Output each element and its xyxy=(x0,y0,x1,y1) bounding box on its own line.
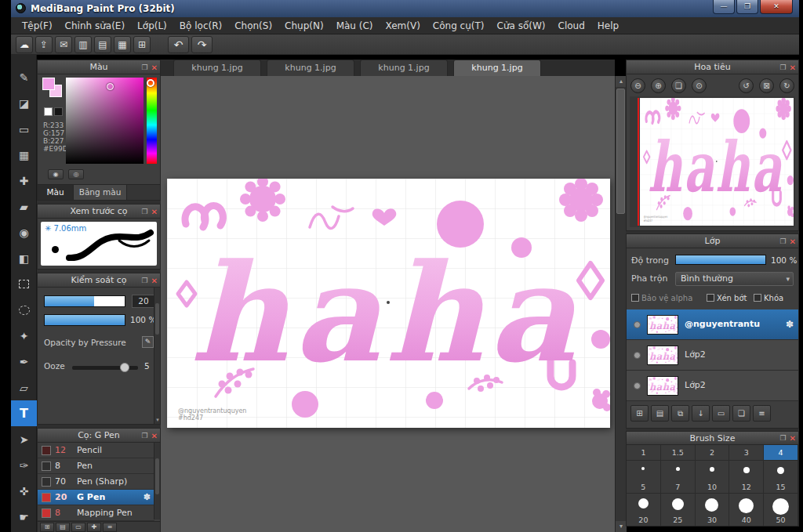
rotate-right-button[interactable]: ↻ xyxy=(779,78,794,93)
float-panel-icon[interactable]: ❐ xyxy=(142,274,148,288)
foreground-swatch[interactable] xyxy=(42,78,55,90)
document-button[interactable]: ▤ xyxy=(94,36,111,53)
default-colors-white[interactable] xyxy=(44,107,53,116)
duplicate-brush-button[interactable]: ▤ xyxy=(56,523,70,532)
canvas-area[interactable] xyxy=(161,76,615,532)
canvas-vscrollbar[interactable]: ▴ ▾ xyxy=(615,76,626,532)
brush-list-header[interactable]: Cọ: G Pen ❐✕ xyxy=(38,429,160,443)
zoom-out-button[interactable]: ⊖ xyxy=(630,78,645,93)
panel-layout-button[interactable]: ▥ xyxy=(74,36,92,53)
layer-settings-gear-icon[interactable]: ✽ xyxy=(786,309,794,339)
menu-chinh-sua[interactable]: Chỉnh sửa(E) xyxy=(59,17,132,34)
bucket-tool[interactable]: ◉ xyxy=(11,219,37,245)
divide-tool[interactable]: ✜ xyxy=(11,478,37,504)
scroll-down-icon[interactable]: ▾ xyxy=(154,416,161,424)
minimize-button[interactable]: — xyxy=(713,0,735,14)
brush-row-g-pen[interactable]: 20 G Pen ✽ xyxy=(38,490,154,505)
canvas-tab-2[interactable]: khung 1.jpg xyxy=(267,60,354,76)
protect-alpha-checkbox[interactable]: Bảo vệ alpha xyxy=(631,294,692,302)
merge-down-button[interactable]: ↓ xyxy=(692,405,710,422)
blend-mode-dropdown[interactable]: Bình thường ▾ xyxy=(675,272,794,286)
brush-control-header[interactable]: Kiểm soát cọ ❐✕ xyxy=(38,273,160,288)
tone-tool[interactable]: ▦ xyxy=(11,142,37,168)
rotate-left-button[interactable]: ↺ xyxy=(739,78,754,93)
brush-opacity-slider[interactable] xyxy=(44,314,125,326)
gradient-tool[interactable]: ◧ xyxy=(11,245,37,271)
brush-size-cell[interactable]: 7 xyxy=(661,461,696,494)
float-panel-icon[interactable]: ❐ xyxy=(142,205,148,219)
add-brush-button[interactable]: ⊞ xyxy=(40,523,54,532)
brush-preview-header[interactable]: Xem trước cọ ❐✕ xyxy=(38,204,160,219)
scroll-down-button[interactable]: ▾ xyxy=(616,521,627,532)
brush-size-cell[interactable]: 20 xyxy=(627,494,661,526)
brush-size-slider[interactable] xyxy=(44,295,125,307)
brush-size-cell[interactable]: 2 xyxy=(696,445,730,461)
fit-window-button[interactable]: ❏ xyxy=(671,78,686,93)
brush-menu-button[interactable]: ≡ xyxy=(103,523,117,532)
menu-xem[interactable]: Xem(V) xyxy=(380,17,427,34)
tab-bang-mau[interactable]: Bảng màu xyxy=(74,185,127,200)
brush-row-pen-sharp[interactable]: 70 Pen (Sharp) xyxy=(38,474,154,490)
layer-visibility-icon[interactable] xyxy=(634,352,641,359)
canvas-tab-4-active[interactable]: khung 1.jpg xyxy=(453,60,541,76)
brush-size-cell[interactable]: 5 xyxy=(627,461,661,494)
new-brush-button[interactable]: ✚ xyxy=(87,523,101,532)
scroll-thumb[interactable] xyxy=(155,303,159,335)
tab-mau[interactable]: Màu xyxy=(38,185,74,200)
scroll-up-button[interactable]: ▴ xyxy=(616,76,627,87)
layer-visibility-icon[interactable] xyxy=(634,382,641,389)
saturation-value-box[interactable] xyxy=(66,78,144,164)
canvas-image[interactable] xyxy=(167,179,610,428)
close-button[interactable]: ✕ xyxy=(760,0,793,14)
brush-size-cell[interactable]: 30 xyxy=(696,494,730,526)
operation-tool[interactable]: ➤ xyxy=(11,426,37,452)
duplicate-layer-button[interactable]: ⧉ xyxy=(671,405,689,422)
zoom-in-button[interactable]: ⊕ xyxy=(651,78,666,93)
navigator-thumbnail-area[interactable] xyxy=(630,96,795,227)
float-panel-icon[interactable]: ❐ xyxy=(780,432,787,445)
close-panel-icon[interactable]: ✕ xyxy=(151,205,158,219)
brush-tool[interactable]: ✎ xyxy=(11,64,37,90)
eraser-tool[interactable]: ◪ xyxy=(11,90,37,116)
brush-size-cell[interactable]: 12 xyxy=(729,461,764,494)
layer-menu-button[interactable]: ≡ xyxy=(753,405,771,422)
lasso-tool[interactable] xyxy=(11,297,37,323)
color-bar-button[interactable]: ◎ xyxy=(68,169,84,179)
menu-chup[interactable]: Chụp(N) xyxy=(278,17,330,34)
lock-checkbox[interactable]: Khóa xyxy=(754,294,783,302)
navigator-thumbnail[interactable] xyxy=(640,98,794,226)
float-panel-icon[interactable]: ❐ xyxy=(142,61,148,74)
redo-button[interactable]: ↷ xyxy=(191,36,213,53)
select-pen-tool[interactable]: ✒ xyxy=(11,349,37,375)
menu-lop[interactable]: Lớp(L) xyxy=(131,17,173,34)
brush-size-header[interactable]: Brush Size ❐✕ xyxy=(627,432,798,445)
eyedropper-tool[interactable]: ✑ xyxy=(11,452,37,478)
brush-size-cell[interactable]: 3 xyxy=(729,445,764,461)
brush-row-pen[interactable]: 8 Pen xyxy=(38,458,154,474)
pressure-icon-button[interactable]: ✎ xyxy=(142,336,154,348)
brush-size-value[interactable]: 20 xyxy=(132,295,155,308)
brush-size-cell[interactable]: 50 xyxy=(764,494,798,526)
brush-control-scrollbar[interactable]: ▾ xyxy=(154,288,160,424)
comment-button[interactable]: ✉ xyxy=(55,36,72,53)
grid-button[interactable]: ⊞ xyxy=(133,36,151,53)
copy-layer-button[interactable]: ❏ xyxy=(732,405,750,422)
magic-wand-tool[interactable]: ✦ xyxy=(11,323,37,349)
document-settings-button[interactable]: ▦ xyxy=(114,36,131,53)
brush-size-cell[interactable]: 1 xyxy=(627,445,661,461)
float-panel-icon[interactable]: ❐ xyxy=(780,235,787,248)
close-panel-icon[interactable]: ✕ xyxy=(151,61,158,74)
layers-header[interactable]: Lớp ❐✕ xyxy=(627,234,798,248)
maximize-button[interactable]: ❐ xyxy=(736,0,758,14)
reset-view-button[interactable]: ⊠ xyxy=(759,78,774,93)
layer-opacity-slider[interactable] xyxy=(675,255,766,265)
brush-size-cell[interactable]: 10 xyxy=(696,461,730,494)
frame-tool[interactable]: ▭ xyxy=(11,116,37,142)
brush-row-pencil[interactable]: 12 Pencil xyxy=(38,443,154,458)
layer-row-1-selected[interactable]: @nguyentrantu ✽ xyxy=(627,309,798,340)
text-tool[interactable]: T xyxy=(11,400,37,426)
layer-visibility-icon[interactable] xyxy=(634,321,641,328)
navigator-header[interactable]: Hoa tiêu ❐✕ xyxy=(627,60,798,74)
ooze-slider-thumb[interactable] xyxy=(120,363,129,372)
menu-tep[interactable]: Tệp(F) xyxy=(16,17,59,34)
